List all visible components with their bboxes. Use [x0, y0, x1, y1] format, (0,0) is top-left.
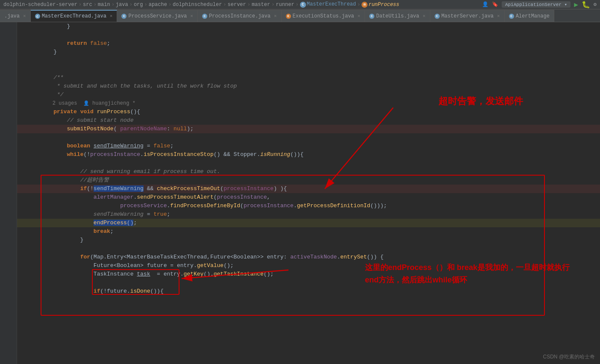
tab-ps-label: ProcessService.java	[128, 13, 187, 19]
code-line-17	[17, 159, 600, 167]
tab-pi-label: ProcessInstance.java	[209, 13, 271, 19]
tab-dateutils[interactable]: C DateUtils.java ×	[365, 10, 430, 22]
breadcrumb-java[interactable]: java	[116, 2, 128, 8]
code-line-5	[17, 56, 600, 65]
breadcrumb-server[interactable]: server	[228, 2, 246, 8]
tab-bar: .java × C MasterExecThread.java × C Proc…	[0, 9, 600, 22]
tab-alertmanage[interactable]: C AlertManage	[505, 10, 554, 22]
sep1: ›	[79, 2, 82, 8]
code-line-16: while(!processInstance.isProcessInstance…	[17, 150, 600, 159]
tab-masterexec-label: MasterExecThread.java	[42, 13, 106, 19]
code-line-1: }	[17, 22, 600, 31]
code-line-11: private void runProcess(){	[17, 108, 600, 116]
breadcrumb-main[interactable]: main	[98, 2, 110, 8]
code-line-25: break;	[17, 227, 600, 236]
tab-masterserver[interactable]: C MasterServer.java ×	[430, 10, 505, 22]
breadcrumb-method[interactable]: runProcess	[368, 2, 399, 8]
breadcrumb-runner[interactable]: runner	[276, 2, 294, 8]
annotation-text-timeout: 超时告警，发送邮件	[438, 95, 523, 108]
bookmark-icon[interactable]: 🔖	[492, 1, 498, 8]
tab-am-icon: C	[509, 14, 514, 19]
method-icon: m	[362, 2, 368, 8]
run-icon[interactable]: ▶	[574, 0, 578, 9]
settings-icon[interactable]: ⚙	[594, 1, 597, 8]
tab-processinstance[interactable]: C ProcessInstance.java ×	[198, 10, 282, 22]
debug-icon[interactable]: 🐛	[582, 0, 590, 9]
breadcrumb-org[interactable]: org	[134, 2, 143, 8]
tab-processservice[interactable]: C ProcessService.java ×	[117, 10, 197, 22]
tab-ms-icon: C	[435, 14, 440, 19]
code-line-24: endProcess();	[17, 219, 600, 227]
code-line-4: }	[17, 48, 600, 56]
code-line-6	[17, 65, 600, 73]
tab-es-close[interactable]: ×	[358, 14, 361, 19]
code-line-19: //超时告警	[17, 176, 600, 185]
tab-masterexec[interactable]: C MasterExecThread.java ×	[31, 10, 118, 22]
tab-ps-icon: C	[121, 14, 126, 19]
tab-java-close[interactable]: ×	[23, 14, 26, 19]
code-line-2	[17, 31, 600, 39]
code-line-32: if(!future.isDone()){	[17, 287, 600, 296]
main-area: } return false; }	[0, 22, 600, 364]
breadcrumb-master[interactable]: master	[252, 2, 270, 8]
breadcrumb-bar: dolphin-scheduler-server › src › main › …	[0, 0, 600, 9]
code-line-13: submitPostNode( parentNodeName: null);	[17, 125, 600, 133]
breadcrumb-project[interactable]: dolphin-scheduler-server	[3, 2, 77, 8]
code-line-18: // send warning email if process time ou…	[17, 167, 600, 176]
code-line-15: boolean sendTimeWarning = false;	[17, 142, 600, 150]
tab-java[interactable]: .java ×	[0, 10, 31, 22]
tab-es-icon: E	[286, 14, 291, 19]
tab-du-label: DateUtils.java	[376, 13, 419, 19]
tab-ms-label: MasterServer.java	[441, 13, 494, 19]
code-line-3: return false;	[17, 39, 600, 48]
toolbar-icons: 👤 🔖 ApiApplicationServer ▾ ▶ 🐛 ⚙	[482, 0, 597, 9]
code-line-27	[17, 244, 600, 253]
code-line-12: // submit start node	[17, 116, 600, 125]
annotation-endprocess-label: 这里的endProcess（）和 break是我加的，一旦超时就执行 end方法…	[365, 263, 570, 284]
breadcrumb-class[interactable]: CMasterExecThread	[300, 1, 356, 8]
code-area[interactable]: } return false; }	[17, 22, 600, 364]
tab-du-close[interactable]: ×	[423, 14, 426, 19]
code-line-20: if(!sendTimeWarning && checkProcessTimeO…	[17, 185, 600, 193]
annotation-text-endprocess: 这里的endProcess（）和 break是我加的，一旦超时就执行 end方法…	[365, 261, 587, 286]
person-icon: 👤	[482, 1, 488, 8]
tab-pi-close[interactable]: ×	[274, 14, 277, 19]
breadcrumb-dolphin[interactable]: dolphinscheduler	[173, 2, 222, 8]
tab-executionstatus[interactable]: E ExecutionStatus.java ×	[282, 10, 365, 22]
code-content: } return false; }	[17, 22, 600, 296]
watermark: CSDN @吃素的哈士奇	[543, 353, 595, 361]
tab-masterexec-icon: C	[35, 14, 40, 19]
code-line-21: alertManager.sendProcessTimeoutAlert(pro…	[17, 193, 600, 202]
code-line-7: /**	[17, 73, 600, 82]
tab-du-icon: C	[369, 14, 374, 19]
code-line-28: for(Map.Entry<MasterBaseTaskExecThread,F…	[17, 253, 600, 261]
tab-ps-close[interactable]: ×	[190, 14, 193, 19]
code-line-23: sendTimeWarning = true;	[17, 210, 600, 219]
breadcrumb-src[interactable]: src	[83, 2, 92, 8]
code-line-26: }	[17, 236, 600, 244]
tab-am-label: AlertManage	[516, 13, 550, 19]
tab-java-label: .java	[4, 13, 20, 19]
breadcrumb-apache[interactable]: apache	[149, 2, 167, 8]
tab-masterexec-close[interactable]: ×	[110, 14, 113, 19]
tab-ms-close[interactable]: ×	[497, 14, 500, 19]
api-server-dropdown[interactable]: ApiApplicationServer ▾	[502, 1, 571, 8]
code-line-22: processService.findProcessDefineById(pro…	[17, 202, 600, 210]
tab-pi-icon: C	[202, 14, 207, 19]
left-gutter	[0, 22, 17, 364]
tab-es-label: ExecutionStatus.java	[293, 13, 354, 19]
code-line-8: * submit and watch the tasks, until the …	[17, 82, 600, 91]
code-line-14	[17, 133, 600, 142]
